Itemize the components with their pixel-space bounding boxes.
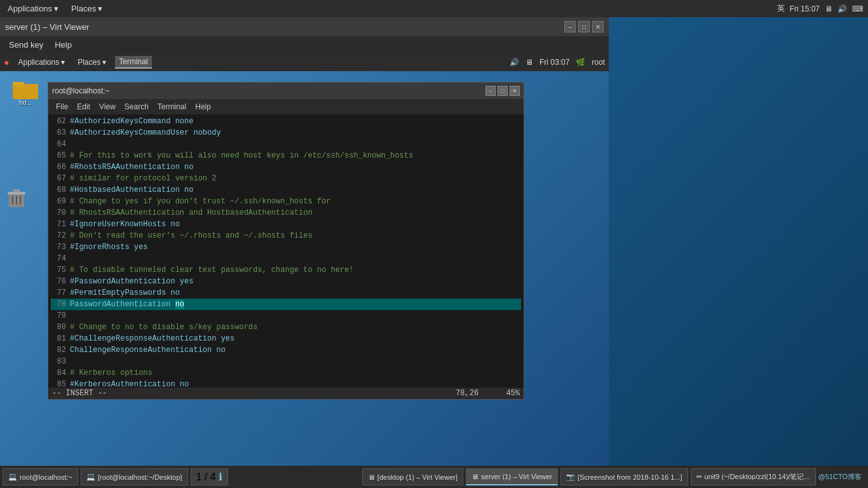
taskbar-page-indicator: 1 / 4 ℹ: [191, 468, 228, 485]
terminal-mode: -- INSERT --: [52, 389, 107, 398]
server-viewer-label: server (1) – Virt Viewer: [481, 473, 552, 480]
taskbar-root-terminal-label: root@localhost:~: [20, 473, 72, 481]
table-row: 65# For this to work you will also need …: [51, 150, 521, 161]
taskbar-item-desktop-terminal[interactable]: 💻 [root@localhost:~/Desktop]: [81, 468, 188, 485]
line-content: # To disable tunneled clear text passwor…: [70, 266, 353, 274]
line-content: # similar for protocol version 2: [70, 174, 216, 183]
terminal-menu-edit[interactable]: Edit: [73, 102, 94, 112]
table-row: 85#KerberosAuthentication no: [51, 379, 521, 388]
line-number: 64: [51, 140, 70, 149]
line-content: # RhostsRSAAuthentication and HostbasedA…: [70, 208, 313, 217]
outer-topbar-right: 英 Fri 15:07 🖥 🔊 ⌨: [777, 3, 868, 14]
vm-terminal-tab[interactable]: Terminal: [115, 56, 151, 69]
taskbar-item-desktop-viewer[interactable]: 🖥 [desktop (1) – Virt Viewer]: [362, 468, 463, 485]
line-number: 69: [51, 197, 70, 206]
terminal-window-controls: – □ ✕: [485, 86, 520, 96]
line-number: 73: [51, 243, 70, 252]
terminal-close-btn[interactable]: ✕: [510, 86, 520, 96]
vm-applications-menu[interactable]: Applications ▾: [14, 57, 69, 68]
vm-time: Fri 03:07: [539, 58, 569, 67]
applications-label: Applications: [8, 4, 52, 13]
taskbar-page-nums: 1 / 4: [196, 471, 216, 483]
table-row: 66#RhostsRSAAuthentication no: [51, 161, 521, 173]
terminal-title: root@localhost:~: [52, 86, 110, 95]
terminal-minimize-btn[interactable]: –: [485, 86, 496, 96]
vm-places-chevron-icon: ▾: [102, 58, 106, 67]
virt-viewer-maximize-btn[interactable]: □: [578, 21, 590, 32]
vm-places-menu[interactable]: Places ▾: [74, 57, 110, 68]
desktop-folder-icon[interactable]: ho...: [3, 79, 48, 106]
vm-places-label: Places: [78, 58, 100, 67]
terminal-menubar: File Edit View Search Terminal Help: [48, 99, 524, 114]
vm-volume-icon[interactable]: 🔊: [510, 58, 519, 67]
terminal-cursor-pos: 78,26 45%: [456, 389, 520, 398]
line-content: #HostbasedAuthentication no: [70, 186, 193, 194]
outer-topbar-left: Applications ▾ Places ▾: [0, 3, 107, 15]
taskbar-item-root-terminal[interactable]: 💻 root@localhost:~: [3, 468, 78, 485]
terminal-titlebar: root@localhost:~ – □ ✕: [48, 83, 524, 99]
vm-menu-sendkey[interactable]: Send key: [4, 39, 48, 51]
vm-menu-help[interactable]: Help: [50, 39, 77, 51]
line-number: 65: [51, 151, 70, 160]
terminal-menu-view[interactable]: View: [95, 102, 119, 112]
terminal-statusbar: -- INSERT -- 78,26 45%: [48, 388, 524, 399]
line-number: 81: [51, 334, 70, 343]
taskbar-item-server-viewer[interactable]: 🖥 server (1) – Virt Viewer: [466, 468, 558, 485]
screen-icon: 🖥: [825, 4, 832, 13]
screenshot-label: [Screenshot from 2018-10-16 1...]: [578, 473, 682, 481]
taskbar-item-screenshot[interactable]: 📷 [Screenshot from 2018-10-16 1...]: [560, 468, 688, 485]
table-row: 81#ChallengeResponseAuthentication yes: [51, 333, 521, 344]
places-menu[interactable]: Places ▾: [66, 3, 107, 15]
line-number: 80: [51, 323, 70, 332]
line-number: 79: [51, 311, 70, 320]
table-row: 70# RhostsRSAAuthentication and Hostbase…: [51, 207, 521, 219]
places-label: Places: [71, 4, 96, 13]
outer-top-bar: Applications ▾ Places ▾ 英 Fri 15:07 🖥 🔊 …: [0, 0, 868, 17]
table-row: 67# similar for protocol version 2: [51, 173, 521, 184]
lang-indicator[interactable]: 英: [777, 3, 785, 14]
vm-topbar: ● Applications ▾ Places ▾ Terminal 🔊 🖥 F…: [0, 53, 609, 71]
folder-svg-icon: [13, 79, 38, 99]
svg-rect-2: [13, 84, 38, 99]
volume-icon[interactable]: 🔊: [837, 4, 847, 13]
svg-rect-5: [13, 189, 20, 193]
terminal-menu-help[interactable]: Help: [191, 102, 215, 112]
terminal-content[interactable]: 62#AuthorizedKeysCommand none63#Authoriz…: [48, 114, 524, 388]
brand-label: @51CTO博客: [818, 472, 865, 482]
virt-viewer-minimize-btn[interactable]: –: [564, 21, 576, 32]
applications-chevron-icon: ▾: [54, 4, 58, 13]
line-content: #AuthorizedKeysCommandUser nobody: [70, 128, 221, 137]
vm-terminal-label: Terminal: [119, 57, 147, 66]
table-row: 76#PasswordAuthentication yes: [51, 276, 521, 287]
table-row: 79: [51, 310, 521, 322]
table-row: 72# Don't read the user's ~/.rhosts and …: [51, 230, 521, 241]
table-row: 83: [51, 356, 521, 367]
terminal-maximize-btn[interactable]: □: [498, 86, 508, 96]
virt-viewer-window: server (1) – Virt Viewer – □ ✕ Send key …: [0, 17, 609, 475]
vm-topbar-right: 🔊 🖥 Fri 03:07 🌿 root: [510, 58, 605, 67]
terminal-menu-terminal[interactable]: Terminal: [154, 102, 190, 112]
line-content: # Change to yes if you don't trust ~/.ss…: [70, 197, 330, 206]
taskbar-desktop-terminal-label: [root@localhost:~/Desktop]: [98, 473, 182, 481]
terminal-menu-search[interactable]: Search: [121, 102, 153, 112]
table-row: 75# To disable tunneled clear text passw…: [51, 264, 521, 276]
applications-menu[interactable]: Applications ▾: [3, 3, 64, 15]
table-row: 71#IgnoreUserKnownHosts no: [51, 219, 521, 230]
desktop-viewer-label: [desktop (1) – Virt Viewer]: [377, 473, 458, 481]
line-number: 74: [51, 254, 70, 263]
line-content: # Don't read the user's ~/.rhosts and ~/…: [70, 231, 313, 240]
vm-user-icon: 🌿: [576, 58, 585, 67]
terminal-menu-file[interactable]: File: [52, 102, 72, 112]
taskbar-right-items: 🖥 [desktop (1) – Virt Viewer] 🖥 server (…: [362, 468, 865, 485]
line-content: #ChallengeResponseAuthentication yes: [70, 334, 234, 343]
line-content: #AuthorizedKeysCommand none: [70, 117, 193, 126]
table-row: 77#PermitEmptyPasswords no: [51, 287, 521, 299]
trash-icon[interactable]: [5, 187, 28, 212]
taskbar-item-unit9[interactable]: ✏ unit9 (~/Desktop/zzl(10.14)/笔记...: [691, 468, 816, 485]
outer-taskbar: 💻 root@localhost:~ 💻 [root@localhost:~/D…: [0, 466, 868, 488]
screenshot-icon: 📷: [566, 473, 575, 481]
virt-viewer-close-btn[interactable]: ✕: [592, 21, 604, 32]
line-number: 78: [51, 300, 70, 309]
line-content: #IgnoreRhosts yes: [70, 243, 147, 252]
table-row: 69# Change to yes if you don't trust ~/.…: [51, 196, 521, 207]
